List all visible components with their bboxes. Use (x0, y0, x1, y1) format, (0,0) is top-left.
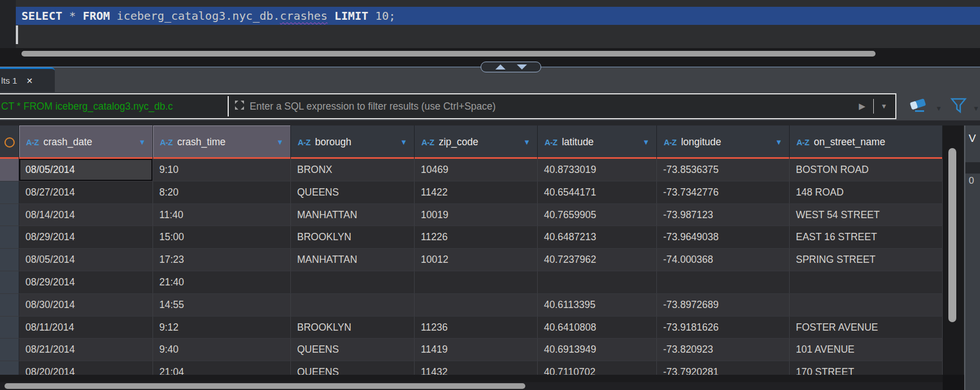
grid-cell[interactable]: 21:04 (153, 361, 291, 375)
grid-cell[interactable]: 21:40 (153, 271, 291, 293)
grid-cell[interactable]: 40.6544171 (538, 181, 657, 203)
grid-cell[interactable]: 9:12 (153, 317, 291, 339)
grid-cell[interactable]: 40.7237962 (538, 249, 657, 271)
grid-cell[interactable]: 40.7110702 (538, 361, 657, 375)
value-panel[interactable]: V 0 (964, 125, 980, 390)
grid-cell[interactable] (415, 294, 538, 316)
grid-cell[interactable] (657, 271, 790, 293)
grid-cell[interactable] (291, 271, 415, 293)
row-header-cell[interactable] (0, 226, 19, 248)
grid-cell[interactable]: -73.987123 (657, 204, 790, 226)
grid-cell[interactable]: -73.8536375 (657, 159, 790, 181)
grid-cell[interactable]: 9:10 (153, 159, 291, 181)
grid-cell[interactable]: 11:40 (153, 204, 291, 226)
grid-cell[interactable]: FOSTER AVENUE (790, 317, 943, 339)
grid-cell[interactable]: BRONX (291, 159, 415, 181)
column-filter-arrow-icon[interactable]: ▼ (138, 138, 146, 146)
filter-funnel-icon[interactable] (950, 98, 967, 116)
grid-cell[interactable]: 08/05/2014 (19, 249, 153, 271)
grid-cell[interactable]: 40.6113395 (538, 294, 657, 316)
column-filter-arrow-icon[interactable]: ▼ (775, 138, 782, 146)
grid-cell[interactable]: 08/29/2014 (19, 226, 153, 248)
grid-cell[interactable]: 40.6913949 (538, 339, 657, 361)
grid-cell[interactable] (415, 271, 538, 293)
row-header-cell[interactable] (0, 271, 19, 293)
row-header-cell[interactable] (0, 361, 19, 375)
column-header-crash_time[interactable]: A-Zcrash_time▼ (153, 125, 291, 159)
grid-cell[interactable]: -73.8972689 (657, 294, 790, 316)
grid-cell[interactable]: BROOKLYN (291, 226, 415, 248)
column-filter-arrow-icon[interactable]: ▼ (642, 138, 650, 146)
grid-cell[interactable] (538, 271, 657, 293)
grid-cell[interactable]: 11422 (415, 181, 538, 203)
filter-history-dropdown-icon[interactable]: ▼ (881, 102, 887, 110)
expand-arrows-icon[interactable] (234, 99, 245, 113)
grid-cell[interactable]: 17:23 (153, 249, 291, 271)
erase-filter-icon[interactable] (908, 97, 932, 116)
grid-cell[interactable]: 15:00 (153, 226, 291, 248)
grid-vscrollbar-thumb[interactable] (948, 148, 956, 322)
grid-cell[interactable]: -73.7342776 (657, 181, 790, 203)
grid-cell[interactable]: -73.9181626 (657, 317, 790, 339)
grid-cell[interactable]: 148 ROAD (790, 181, 943, 203)
grid-cell[interactable]: SPRING STREET (790, 249, 943, 271)
row-header-cell[interactable] (0, 159, 19, 181)
grid-cell[interactable]: QUEENS (291, 339, 415, 361)
grid-cell[interactable]: 40.6487213 (538, 226, 657, 248)
grid-cell[interactable]: -73.7920281 (657, 361, 790, 375)
sql-editor[interactable]: SELECT * FROM iceberg_catalog3.nyc_db.cr… (0, 0, 980, 48)
splitter-collapse-controls[interactable] (481, 62, 541, 72)
grid-cell[interactable] (790, 271, 943, 293)
editor-hscrollbar-thumb[interactable] (21, 51, 876, 57)
row-header-cell[interactable] (0, 317, 19, 339)
column-header-crash_date[interactable]: A-Zcrash_date▼ (19, 125, 153, 159)
column-header-on_street_name[interactable]: A-Zon_street_name (790, 125, 943, 159)
grid-hscrollbar[interactable] (0, 382, 943, 390)
grid-cell[interactable]: 11226 (415, 226, 538, 248)
grid-cell[interactable] (291, 294, 415, 316)
grid-cell[interactable]: BROOKLYN (291, 317, 415, 339)
grid-cell[interactable]: QUEENS (291, 181, 415, 203)
grid-cell[interactable]: 14:55 (153, 294, 291, 316)
tab-results-1[interactable]: lts 1 ✕ (0, 67, 55, 92)
erase-filter-dropdown-icon[interactable]: ▼ (935, 105, 942, 112)
grid-cell[interactable]: 10019 (415, 204, 538, 226)
grid-cell[interactable]: 08/27/2014 (19, 181, 153, 203)
grid-cell[interactable]: 40.8733019 (538, 159, 657, 181)
grid-cell[interactable]: -73.820923 (657, 339, 790, 361)
grid-cell[interactable]: 40.6410808 (538, 317, 657, 339)
grid-cell[interactable]: 9:40 (153, 339, 291, 361)
column-header-latitude[interactable]: A-Zlatitude▼ (538, 125, 657, 159)
grid-cell[interactable]: -74.000368 (657, 249, 790, 271)
column-header-borough[interactable]: A-Zborough▼ (291, 125, 415, 159)
grid-cell[interactable] (790, 294, 943, 316)
row-header-cell[interactable] (0, 339, 19, 361)
grid-cell[interactable]: 08/14/2014 (19, 204, 153, 226)
grid-cell[interactable]: 8:20 (153, 181, 291, 203)
filter-field[interactable]: CT * FROM iceberg_catalog3.nyc_db.c ▶ ▼ (0, 93, 896, 119)
grid-cell[interactable]: 40.7659905 (538, 204, 657, 226)
grid-cell[interactable]: 08/05/2014 (19, 159, 153, 181)
grid-cell[interactable]: 101 AVENUE (790, 339, 943, 361)
grid-cell[interactable]: EAST 16 STREET (790, 226, 943, 248)
grid-cell[interactable]: BOSTON ROAD (790, 159, 943, 181)
grid-vscrollbar[interactable] (943, 125, 964, 375)
column-filter-arrow-icon[interactable]: ▼ (400, 138, 407, 146)
grid-cell[interactable]: 170 STREET (790, 361, 943, 375)
grid-cell[interactable]: 10469 (415, 159, 538, 181)
column-filter-arrow-icon[interactable]: ▼ (276, 138, 284, 146)
grid-cell[interactable]: 11419 (415, 339, 538, 361)
filter-funnel-dropdown-icon[interactable]: ▼ (973, 105, 979, 112)
grid-hscrollbar-thumb[interactable] (5, 383, 525, 389)
row-header-cell[interactable] (0, 249, 19, 271)
grid-cell[interactable]: MANHATTAN (291, 204, 415, 226)
row-header-cell[interactable] (0, 181, 19, 203)
filter-input[interactable] (250, 101, 859, 112)
apply-filter-icon[interactable]: ▶ (859, 101, 866, 111)
grid-cell[interactable]: 11236 (415, 317, 538, 339)
row-header-cell[interactable] (0, 294, 19, 316)
grid-cell[interactable]: WEST 54 STREET (790, 204, 943, 226)
row-header-cell[interactable] (0, 204, 19, 226)
grid-cell[interactable]: MANHATTAN (291, 249, 415, 271)
grid-cell[interactable]: 08/20/2014 (19, 361, 153, 375)
